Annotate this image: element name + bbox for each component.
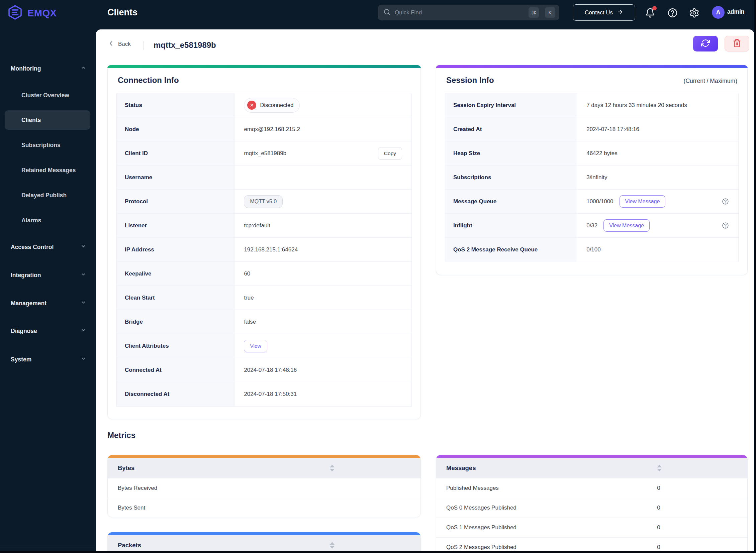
- table-row-keepalive: Keepalive 60: [117, 262, 411, 286]
- table-row-status: Status Disconnected: [117, 93, 411, 117]
- packets-header[interactable]: Packets: [108, 535, 420, 553]
- metric-row-qos2-published: QoS 2 Messages Published 0: [436, 537, 747, 553]
- metric-label: QoS 1 Messages Published: [446, 524, 517, 531]
- table-row-qos2-receive-queue: QoS 2 Message Receive Queue 0/100: [445, 238, 738, 262]
- table-row-node: Node emqx@192.168.215.2: [117, 117, 411, 141]
- help-circle-icon[interactable]: [722, 222, 729, 229]
- page-title: Clients: [108, 7, 137, 18]
- sidebar-item-label: Alarms: [21, 217, 41, 224]
- row-value: emqx@192.168.215.2: [234, 117, 411, 141]
- quick-find-search[interactable]: ⌘ K: [378, 5, 559, 20]
- metric-card-title: Bytes: [118, 464, 134, 472]
- user-name[interactable]: admin: [727, 8, 745, 15]
- sidebar-item-label: Clients: [21, 117, 41, 124]
- metric-value: 0: [657, 485, 660, 491]
- bytes-header[interactable]: Bytes: [108, 458, 420, 478]
- table-row-clean-start: Clean Start true: [117, 286, 411, 310]
- row-label: IP Address: [117, 238, 234, 261]
- card-accent-bar: [108, 65, 421, 68]
- help-circle-icon[interactable]: [722, 198, 729, 205]
- kbd-cmd: ⌘: [529, 7, 539, 18]
- copy-button[interactable]: Copy: [378, 147, 402, 160]
- metric-row-qos0-published: QoS 0 Messages Published 0: [436, 498, 747, 518]
- session-info-card: Session Info (Current / Maximum) Session…: [436, 65, 748, 275]
- notification-dot: [652, 6, 657, 10]
- table-row-protocol: Protocol MQTT v5.0: [117, 189, 411, 214]
- metric-row-qos1-published: QoS 1 Messages Published 0: [436, 518, 747, 537]
- row-label: Inflight: [445, 214, 577, 237]
- sidebar-group-label: System: [11, 356, 31, 363]
- view-message-queue-button[interactable]: View Message: [620, 195, 666, 208]
- sidebar-group-label: Monitoring: [11, 65, 41, 72]
- user-avatar[interactable]: A: [712, 6, 725, 19]
- window-frame-right: [754, 0, 756, 553]
- sidebar-item-alarms[interactable]: Alarms: [0, 211, 95, 230]
- sidebar-group-management[interactable]: Management: [0, 294, 95, 313]
- chevron-down-icon: [81, 300, 86, 307]
- main-panel: Back mqttx_e581989b: [96, 29, 754, 553]
- session-info-title: Session Info: [446, 76, 494, 85]
- row-value: 1000/1000: [587, 198, 613, 205]
- emqx-logo[interactable]: EMQX: [7, 5, 57, 21]
- row-label: Client ID: [117, 141, 234, 165]
- sidebar-group-access-control[interactable]: Access Control: [0, 237, 95, 257]
- messages-header[interactable]: Messages: [436, 458, 747, 478]
- chevron-up-icon: [81, 65, 86, 72]
- table-row-session-expiry: Session Expiry Interval 7 days 12 hours …: [445, 93, 738, 117]
- card-accent-bar: [436, 65, 748, 68]
- row-label: Disconnected At: [117, 382, 234, 406]
- sidebar-item-subscriptions[interactable]: Subscriptions: [0, 136, 95, 155]
- sidebar: Monitoring Cluster Overview Clients Subs…: [0, 25, 95, 553]
- sidebar-group-label: Integration: [11, 272, 41, 279]
- sidebar-item-retained-messages[interactable]: Retained Messages: [0, 160, 95, 180]
- metric-row-bytes-received: Bytes Received: [108, 478, 420, 498]
- sidebar-item-clients[interactable]: Clients: [5, 110, 90, 130]
- contact-us-button[interactable]: Contact Us: [573, 4, 635, 21]
- help-icon[interactable]: [667, 7, 678, 18]
- sort-arrows-icon[interactable]: [657, 465, 662, 471]
- table-row-inflight: Inflight 0/32 View Message: [445, 214, 738, 238]
- sidebar-group-label: Diagnose: [11, 328, 37, 335]
- metric-value: 0: [657, 524, 660, 531]
- emqx-logo-icon: [7, 5, 23, 21]
- bytes-metric-card: Bytes Bytes Received Bytes Sent: [108, 455, 421, 517]
- sidebar-group-integration[interactable]: Integration: [0, 265, 95, 285]
- sort-arrows-icon[interactable]: [330, 542, 335, 549]
- refresh-button[interactable]: [693, 36, 718, 52]
- back-button[interactable]: Back: [108, 40, 131, 48]
- row-value: false: [234, 310, 411, 334]
- view-attributes-button[interactable]: View: [244, 340, 267, 352]
- table-row-message-queue: Message Queue 1000/1000 View Message: [445, 189, 738, 214]
- sidebar-item-cluster-overview[interactable]: Cluster Overview: [0, 86, 95, 105]
- row-value: 2024-07-18 17:48:16: [577, 117, 738, 141]
- contact-us-label: Contact Us: [585, 9, 613, 16]
- metric-label: QoS 0 Messages Published: [446, 504, 517, 511]
- row-label: Clean Start: [117, 286, 234, 310]
- delete-button[interactable]: [725, 36, 749, 52]
- row-value: 7 days 12 hours 33 minutes 20 seconds: [577, 93, 738, 117]
- sidebar-group-label: Access Control: [11, 244, 54, 251]
- row-label: Heap Size: [445, 141, 577, 165]
- window-frame-bottom: [0, 551, 756, 553]
- row-label: Node: [117, 117, 234, 141]
- notifications-bell-icon[interactable]: [644, 7, 656, 18]
- search-input[interactable]: [395, 9, 525, 16]
- row-value: 2024-07-18 17:50:31: [234, 382, 411, 406]
- packets-metric-card: Packets: [108, 532, 421, 553]
- top-bar: EMQX Clients ⌘ K Contact Us: [0, 0, 756, 25]
- table-row-connected-at: Connected At 2024-07-18 17:48:16: [117, 358, 411, 382]
- sidebar-group-diagnose[interactable]: Diagnose: [0, 321, 95, 341]
- table-row-disconnected-at: Disconnected At 2024-07-18 17:50:31: [117, 382, 411, 406]
- metric-value: 0: [657, 504, 660, 511]
- messages-metric-card: Messages Published Messages 0 QoS 0 Mess…: [436, 455, 748, 553]
- sidebar-group-system[interactable]: System: [0, 350, 95, 369]
- metric-label: Bytes Received: [118, 485, 157, 491]
- sidebar-item-delayed-publish[interactable]: Delayed Publish: [0, 185, 95, 205]
- sidebar-group-monitoring[interactable]: Monitoring: [0, 59, 95, 78]
- session-info-subtitle: (Current / Maximum): [684, 78, 737, 85]
- sort-arrows-icon[interactable]: [330, 465, 335, 471]
- settings-gear-icon[interactable]: [688, 7, 700, 18]
- chevron-left-icon: [108, 40, 115, 48]
- row-label: Protocol: [117, 189, 234, 213]
- view-inflight-button[interactable]: View Message: [604, 219, 649, 232]
